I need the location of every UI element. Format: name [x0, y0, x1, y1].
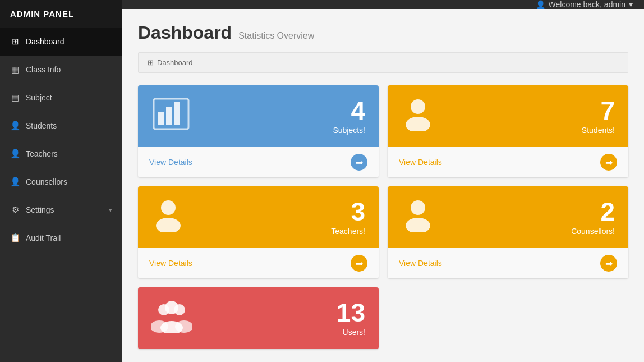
students-icon: 👤	[10, 121, 20, 131]
subjects-arrow-icon[interactable]: ➡	[351, 154, 367, 171]
chevron-down-icon: ▾	[109, 207, 112, 214]
teachers-arrow-icon[interactable]: ➡	[351, 255, 367, 272]
breadcrumb: ⊞ Dashboard	[138, 52, 628, 73]
card-users: 13 Users!	[138, 287, 379, 349]
teachers-icon: 👤	[10, 149, 20, 159]
audittrail-icon: 📋	[10, 233, 20, 243]
card-users-top: 13 Users!	[138, 287, 379, 349]
students-arrow-icon[interactable]: ➡	[600, 154, 617, 171]
dashboard-icon: ⊞	[10, 36, 20, 47]
page-title: Dashboard	[138, 22, 232, 43]
card-students-top: 7 Students!	[388, 85, 628, 147]
users-count: 13	[337, 300, 365, 326]
sidebar-item-label: Subject	[26, 93, 52, 102]
content-area: Dashboard Statistics Overview ⊞ Dashboar…	[122, 9, 644, 362]
main-content: 👤 Welcome back, admin ▾ Dashboard Statis…	[122, 0, 644, 362]
settings-icon: ⚙	[10, 205, 20, 215]
sidebar-item-counsellors[interactable]: 👤 Counsellors	[0, 168, 122, 196]
counsellors-label: Counsellors!	[571, 227, 615, 236]
subject-icon: ▤	[10, 93, 20, 103]
sidebar-item-label: Settings	[26, 205, 54, 214]
teachers-count: 3	[331, 199, 365, 224]
person-icon: 👤	[536, 0, 545, 9]
counsellors-icon: 👤	[10, 177, 20, 187]
svg-point-12	[165, 301, 178, 314]
sidebar: ADMIN PANEL ⊞ Dashboard ▦ Class Info ▤ S…	[0, 0, 122, 362]
card-teachers-stat: 3 Teachers!	[331, 199, 365, 236]
card-teachers-top: 3 Teachers!	[138, 186, 379, 248]
subjects-label: Subjects!	[333, 126, 365, 135]
card-subjects-stat: 4 Subjects!	[333, 98, 365, 135]
svg-rect-3	[174, 102, 180, 125]
sidebar-item-settings[interactable]: ⚙ Settings ▾	[0, 196, 122, 224]
svg-point-9	[406, 218, 430, 232]
sidebar-item-label: Teachers	[26, 149, 58, 158]
card-subjects-bottom: View Details ➡	[138, 147, 379, 177]
svg-rect-1	[158, 112, 164, 125]
subjects-view-details-link[interactable]: View Details	[149, 158, 192, 167]
svg-point-7	[156, 218, 181, 232]
card-students: 7 Students! View Details ➡	[388, 85, 628, 177]
sidebar-item-subject[interactable]: ▤ Subject	[0, 84, 122, 112]
card-subjects: 4 Subjects! View Details ➡	[138, 85, 379, 177]
users-group-icon	[151, 299, 192, 338]
svg-point-4	[411, 99, 425, 114]
sidebar-item-label: Students	[26, 121, 57, 130]
sidebar-item-label: Dashboard	[26, 37, 65, 46]
students-count: 7	[582, 98, 615, 123]
users-label: Users!	[337, 328, 365, 337]
students-view-details-link[interactable]: View Details	[399, 158, 442, 167]
teachers-person-icon	[151, 198, 185, 237]
svg-rect-2	[166, 107, 172, 125]
svg-point-8	[411, 200, 425, 215]
students-label: Students!	[582, 126, 615, 135]
svg-point-5	[406, 117, 430, 131]
sidebar-item-label: Counsellors	[26, 177, 67, 186]
page-subtitle: Statistics Overview	[238, 31, 314, 41]
card-teachers: 3 Teachers! View Details ➡	[138, 186, 379, 278]
card-teachers-bottom: View Details ➡	[138, 248, 379, 278]
subjects-chart-icon	[151, 97, 191, 136]
card-students-bottom: View Details ➡	[388, 147, 628, 177]
app-title: ADMIN PANEL	[0, 0, 122, 28]
subjects-count: 4	[333, 98, 365, 123]
card-counsellors-top: 2 Counsellors!	[388, 186, 628, 248]
teachers-view-details-link[interactable]: View Details	[149, 259, 192, 268]
sidebar-item-dashboard[interactable]: ⊞ Dashboard	[0, 28, 122, 56]
sidebar-item-classinfo[interactable]: ▦ Class Info	[0, 56, 122, 84]
students-person-icon	[401, 97, 435, 136]
card-users-stat: 13 Users!	[337, 300, 365, 337]
counsellors-arrow-icon[interactable]: ➡	[600, 255, 617, 272]
svg-point-6	[161, 200, 176, 215]
user-info: 👤 Welcome back, admin ▾	[536, 0, 633, 9]
card-counsellors: 2 Counsellors! View Details ➡	[388, 186, 628, 278]
dropdown-arrow-icon[interactable]: ▾	[629, 0, 633, 9]
counsellors-person-icon	[401, 198, 435, 237]
breadcrumb-label: Dashboard	[157, 58, 193, 67]
topbar: 👤 Welcome back, admin ▾	[122, 0, 644, 9]
sidebar-item-label: Audit Trail	[26, 233, 61, 242]
sidebar-item-audittrail[interactable]: 📋 Audit Trail	[0, 224, 122, 252]
teachers-label: Teachers!	[331, 227, 365, 236]
breadcrumb-icon: ⊞	[148, 58, 154, 67]
sidebar-item-teachers[interactable]: 👤 Teachers	[0, 140, 122, 168]
stats-cards-grid: 4 Subjects! View Details ➡	[138, 85, 628, 349]
sidebar-item-students[interactable]: 👤 Students	[0, 112, 122, 140]
classinfo-icon: ▦	[10, 65, 20, 75]
counsellors-view-details-link[interactable]: View Details	[399, 259, 442, 268]
card-students-stat: 7 Students!	[582, 98, 615, 135]
welcome-label: Welcome back, admin	[549, 0, 625, 9]
page-title-row: Dashboard Statistics Overview	[138, 22, 628, 43]
counsellors-count: 2	[571, 199, 615, 224]
card-subjects-top: 4 Subjects!	[138, 85, 379, 147]
sidebar-item-label: Class Info	[26, 65, 61, 74]
card-counsellors-stat: 2 Counsellors!	[571, 199, 615, 236]
card-counsellors-bottom: View Details ➡	[388, 248, 628, 278]
